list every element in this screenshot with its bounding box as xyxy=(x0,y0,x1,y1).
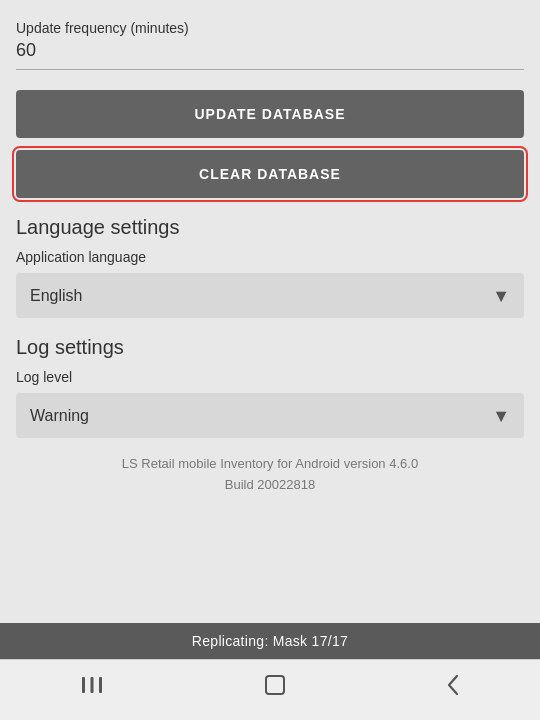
language-select[interactable]: English French German Spanish xyxy=(16,273,524,318)
svg-rect-1 xyxy=(91,677,94,693)
log-level-label: Log level xyxy=(16,369,524,385)
update-frequency-section: Update frequency (minutes) 60 xyxy=(16,20,524,70)
status-bar: Replicating: Mask 17/17 xyxy=(0,623,540,659)
nav-home-icon[interactable] xyxy=(244,670,306,706)
svg-rect-2 xyxy=(99,677,102,693)
version-line2: Build 20022818 xyxy=(16,475,524,496)
language-settings-section: Language settings Application language E… xyxy=(16,216,524,318)
version-line1: LS Retail mobile Inventory for Android v… xyxy=(16,454,524,475)
main-content: Update frequency (minutes) 60 UPDATE DAT… xyxy=(0,0,540,623)
update-frequency-label: Update frequency (minutes) xyxy=(16,20,524,36)
clear-database-button[interactable]: CLEAR DATABASE xyxy=(16,150,524,198)
app-language-label: Application language xyxy=(16,249,524,265)
language-dropdown-wrapper: English French German Spanish ▼ xyxy=(16,273,524,318)
status-bar-text: Replicating: Mask 17/17 xyxy=(192,633,348,649)
log-settings-section: Log settings Log level Warning Debug Err… xyxy=(16,336,524,438)
log-level-dropdown-wrapper: Warning Debug Error Info ▼ xyxy=(16,393,524,438)
update-database-button[interactable]: UPDATE DATABASE xyxy=(16,90,524,138)
nav-bar xyxy=(0,659,540,720)
svg-rect-3 xyxy=(266,676,284,694)
nav-menu-icon[interactable] xyxy=(60,671,124,705)
language-settings-title: Language settings xyxy=(16,216,524,239)
version-info: LS Retail mobile Inventory for Android v… xyxy=(16,454,524,496)
update-frequency-value: 60 xyxy=(16,40,524,70)
log-level-select[interactable]: Warning Debug Error Info xyxy=(16,393,524,438)
log-settings-title: Log settings xyxy=(16,336,524,359)
svg-rect-0 xyxy=(82,677,85,693)
nav-back-icon[interactable] xyxy=(426,670,480,706)
